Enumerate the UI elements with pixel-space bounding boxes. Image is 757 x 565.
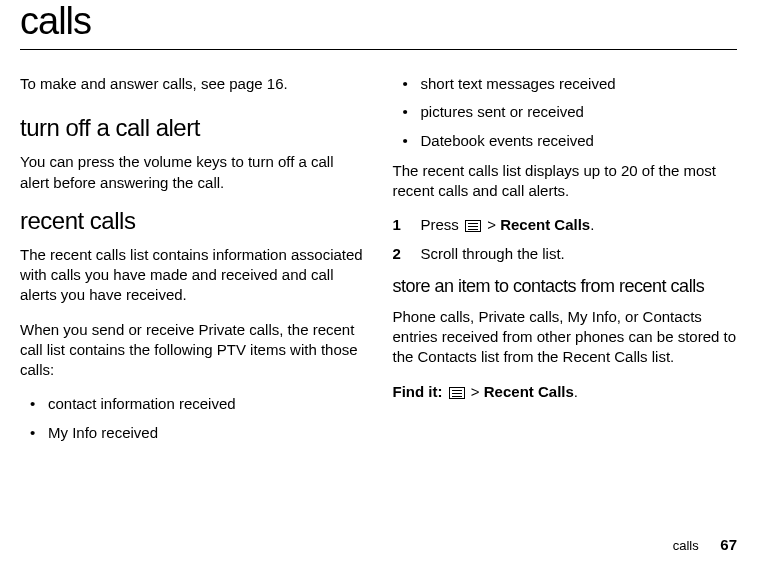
left-column: To make and answer calls, see page 16. t… [20,74,365,453]
numbered-steps: 1 Press > Recent Calls. 2 Scroll through… [393,215,738,264]
intro-text: To make and answer calls, see page 16. [20,74,365,94]
footer-section: calls [673,538,699,553]
right-bullet-list: short text messages received pictures se… [393,74,738,151]
paragraph-ptv-intro: When you send or receive Private calls, … [20,320,365,381]
paragraph-turn-off: You can press the volume keys to turn of… [20,152,365,193]
heading-store-item: store an item to contacts from recent ca… [393,276,738,297]
content-columns: To make and answer calls, see page 16. t… [20,74,737,453]
step-recent-calls: Recent Calls [500,216,590,233]
find-it-recent: Recent Calls [484,383,574,400]
step-number: 1 [393,215,401,235]
list-item: short text messages received [393,74,738,94]
step-1: 1 Press > Recent Calls. [393,215,738,235]
list-item: contact information received [20,394,365,414]
list-item: pictures sent or received [393,102,738,122]
menu-icon [449,387,465,399]
page-title: calls [20,0,737,43]
find-it-gt: > [467,383,484,400]
paragraph-store-item: Phone calls, Private calls, My Info, or … [393,307,738,368]
list-item: Datebook events received [393,131,738,151]
step-text: Scroll through the list. [421,245,565,262]
step-text-prefix: Press [421,216,464,233]
page-footer: calls 67 [673,536,737,553]
find-it-label: Find it: [393,383,447,400]
right-column: short text messages received pictures se… [393,74,738,453]
step-gt: > [483,216,500,233]
step-2: 2 Scroll through the list. [393,244,738,264]
find-it-line: Find it: > Recent Calls. [393,382,738,402]
menu-icon [465,220,481,232]
step-number: 2 [393,244,401,264]
title-rule [20,49,737,50]
heading-turn-off-alert: turn off a call alert [20,114,365,142]
heading-recent-calls: recent calls [20,207,365,235]
paragraph-recent-info: The recent calls list contains informati… [20,245,365,306]
paragraph-recent-displays: The recent calls list displays up to 20 … [393,161,738,202]
left-bullet-list: contact information received My Info rec… [20,394,365,443]
list-item: My Info received [20,423,365,443]
footer-page-number: 67 [720,536,737,553]
